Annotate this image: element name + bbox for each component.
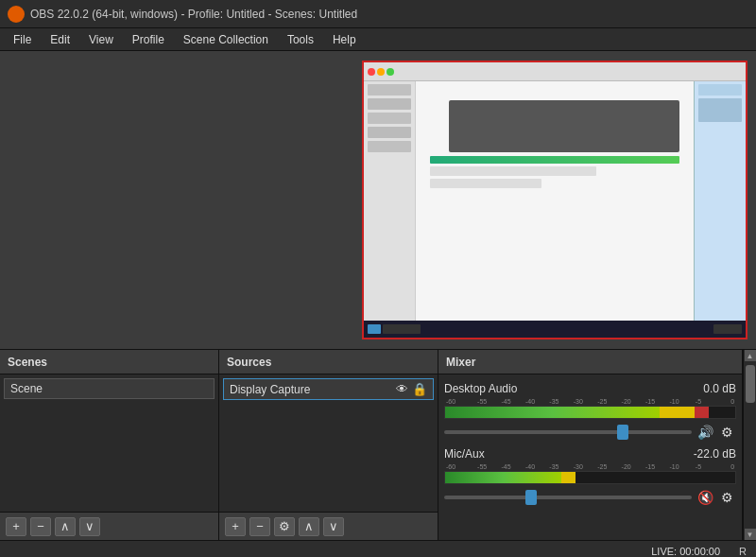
mic-aux-fader-row: 🔇 ⚙ (444, 488, 736, 507)
sources-settings-button[interactable]: ⚙ (274, 517, 295, 536)
mixer-scrollbar: ▲ ▼ (743, 350, 756, 540)
source-item-display-capture[interactable]: Display Capture 👁 🔒 (223, 378, 434, 400)
mic-aux-track: Mic/Aux -22.0 dB -60 -55 -45 -40 -35 -30… (444, 445, 736, 509)
desktop-audio-fader-row: 🔊 ⚙ (444, 423, 736, 442)
scenes-up-button[interactable]: ∧ (55, 517, 76, 536)
menu-help[interactable]: Help (323, 28, 366, 51)
sources-panel: Sources Display Capture 👁 🔒 + − ⚙ ∧ ∨ (219, 350, 438, 540)
mic-aux-db: -22.0 dB (694, 447, 736, 461)
app-logo (8, 6, 25, 23)
mic-aux-name: Mic/Aux (444, 447, 485, 461)
scenes-add-button[interactable]: + (6, 517, 26, 536)
scenes-content: Scene (0, 374, 218, 512)
mic-aux-meter (444, 471, 736, 484)
sources-add-button[interactable]: + (225, 517, 246, 536)
menu-file[interactable]: File (4, 28, 41, 51)
title-text: OBS 22.0.2 (64-bit, windows) - Profile: … (30, 8, 357, 21)
scenes-header: Scenes (0, 350, 218, 374)
desktop-audio-settings-button[interactable]: ⚙ (717, 423, 736, 442)
sources-remove-button[interactable]: − (249, 517, 270, 536)
sources-content: Display Capture 👁 🔒 (219, 374, 438, 512)
desktop-audio-name: Desktop Audio (444, 382, 517, 395)
menu-bar: File Edit View Profile Scene Collection … (0, 28, 756, 51)
menu-profile[interactable]: Profile (123, 28, 174, 51)
scenes-toolbar: + − ∧ ∨ (0, 512, 218, 540)
screen-capture-window[interactable] (362, 61, 747, 339)
mic-aux-header: Mic/Aux -22.0 dB (444, 447, 736, 461)
sources-toolbar: + − ⚙ ∧ ∨ (219, 512, 438, 540)
preview-area (0, 51, 756, 349)
scene-item[interactable]: Scene (4, 378, 215, 399)
scroll-thumb[interactable] (746, 365, 755, 403)
desktop-audio-header: Desktop Audio 0.0 dB (444, 382, 736, 395)
status-bar: LIVE: 00:00:00 R (0, 540, 756, 557)
menu-edit[interactable]: Edit (41, 28, 79, 51)
title-bar: OBS 22.0.2 (64-bit, windows) - Profile: … (0, 0, 756, 28)
desktop-audio-fader[interactable] (444, 430, 692, 434)
scenes-panel: Scenes Scene + − ∧ ∨ (0, 350, 219, 540)
rec-status: R (739, 546, 747, 557)
desktop-audio-track: Desktop Audio 0.0 dB -60 -55 -45 -40 -35… (444, 380, 736, 444)
mic-aux-fader[interactable] (444, 496, 692, 499)
sources-header: Sources (219, 350, 438, 374)
lock-icon[interactable]: 🔒 (412, 382, 427, 396)
desktop-audio-db: 0.0 dB (703, 382, 736, 395)
desktop-audio-thumb[interactable] (617, 425, 628, 440)
menu-tools[interactable]: Tools (278, 28, 323, 51)
source-item-icons: 👁 🔒 (396, 382, 427, 396)
mixer-content: Desktop Audio 0.0 dB -60 -55 -45 -40 -35… (438, 374, 742, 540)
desktop-audio-controls: 🔊 ⚙ (696, 423, 736, 442)
mic-aux-thumb[interactable] (525, 490, 537, 505)
desktop-audio-mute-button[interactable]: 🔊 (696, 423, 714, 442)
mic-aux-settings-button[interactable]: ⚙ (717, 488, 736, 507)
desktop-audio-meter (444, 406, 736, 419)
mic-aux-mute-button[interactable]: 🔇 (696, 488, 714, 507)
bottom-panels: Scenes Scene + − ∧ ∨ Sources Display Cap… (0, 349, 756, 540)
scroll-up-button[interactable]: ▲ (745, 350, 756, 361)
scroll-down-button[interactable]: ▼ (745, 529, 756, 540)
capture-content (364, 62, 746, 338)
scenes-remove-button[interactable]: − (30, 517, 51, 536)
sources-down-button[interactable]: ∨ (323, 517, 344, 536)
mixer-panel: Mixer Desktop Audio 0.0 dB -60 -55 -45 -… (438, 350, 743, 540)
mixer-header: Mixer (438, 350, 742, 374)
live-status: LIVE: 00:00:00 (651, 546, 720, 557)
eye-icon[interactable]: 👁 (396, 382, 408, 396)
scenes-down-button[interactable]: ∨ (79, 517, 100, 536)
mic-aux-controls: 🔇 ⚙ (696, 488, 736, 507)
menu-scene-collection[interactable]: Scene Collection (174, 28, 278, 51)
menu-view[interactable]: View (79, 28, 123, 51)
sources-up-button[interactable]: ∧ (299, 517, 319, 536)
